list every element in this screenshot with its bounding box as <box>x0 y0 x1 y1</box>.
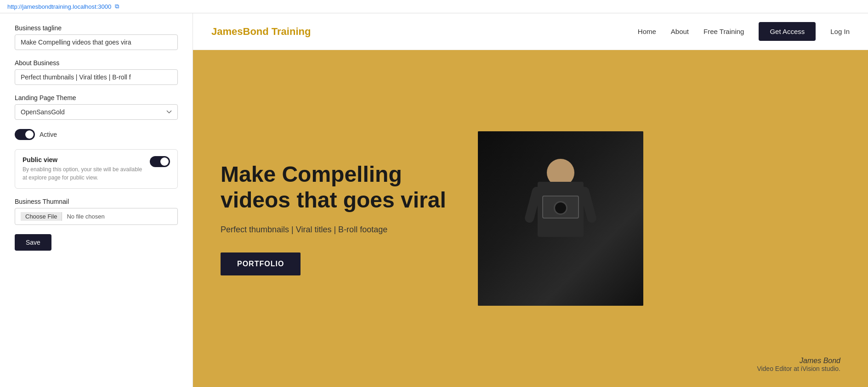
file-input-wrapper[interactable]: Choose File No file chosen <box>15 208 178 225</box>
about-business-input[interactable] <box>15 69 178 85</box>
photographer-silhouette <box>478 131 643 306</box>
about-business-group: About Business <box>15 59 178 85</box>
hero-image <box>478 131 643 306</box>
hero-content: Make Compelling videos that goes viral P… <box>221 162 460 275</box>
active-toggle[interactable] <box>15 129 35 140</box>
landing-page-theme-group: Landing Page Theme OpenSansGold Dark Lig… <box>15 94 178 120</box>
nav-item-free-training[interactable]: Free Training <box>703 28 744 36</box>
active-toggle-row: Active <box>15 129 178 140</box>
save-button[interactable]: Save <box>15 234 51 251</box>
nav-link-about[interactable]: About <box>671 28 689 35</box>
choose-file-button[interactable]: Choose File <box>21 212 62 221</box>
business-tagline-label: Business tagline <box>15 24 178 32</box>
nav-item-about[interactable]: About <box>671 28 689 36</box>
hero-title: Make Compelling videos that goes viral <box>221 162 460 212</box>
public-view-toggle[interactable] <box>150 156 170 167</box>
landing-page-theme-select[interactable]: OpenSansGold Dark Light Classic <box>15 104 178 120</box>
business-thumbnail-label: Business Thumnail <box>15 198 178 205</box>
hero-quote: James Bond Video Editor at iVision studi… <box>757 357 840 372</box>
nav-item-login[interactable]: Log In <box>830 28 850 36</box>
address-bar: http://jamesbondtraining.localhost:3000 … <box>0 0 868 13</box>
file-no-chosen-text: No file chosen <box>67 213 104 220</box>
photographer-figure <box>515 150 607 287</box>
nav-item-home[interactable]: Home <box>638 28 656 36</box>
hero-quote-name: James Bond <box>757 357 840 365</box>
nav-links: Home About Free Training Get Access Log … <box>638 28 850 36</box>
about-business-label: About Business <box>15 59 178 67</box>
hero-subtitle: Perfect thumbnails | Viral titles | B-ro… <box>221 224 460 236</box>
preview-area: JamesBond Training Home About Free Train… <box>193 13 868 387</box>
public-view-card: Public view By enabling this option, you… <box>15 149 178 189</box>
ph-camera <box>542 196 579 219</box>
nav-link-login[interactable]: Log In <box>830 28 850 35</box>
site-logo: JamesBond Training <box>211 26 311 38</box>
public-view-title: Public view <box>23 156 144 163</box>
public-view-desc: By enabling this option, your site will … <box>23 165 144 182</box>
hero-cta-button[interactable]: PORTFOLIO <box>221 252 301 275</box>
main-layout: Business tagline About Business Landing … <box>0 13 868 387</box>
ph-lens <box>554 201 567 215</box>
active-label: Active <box>40 131 57 138</box>
nav-link-get-access[interactable]: Get Access <box>759 22 816 41</box>
business-tagline-group: Business tagline <box>15 24 178 50</box>
hero-section: Make Compelling videos that goes viral P… <box>193 50 868 387</box>
nav-link-free-training[interactable]: Free Training <box>703 28 744 35</box>
external-link-icon[interactable]: ⧉ <box>115 3 119 10</box>
business-thumbnail-group: Business Thumnail Choose File No file ch… <box>15 198 178 225</box>
site-nav: JamesBond Training Home About Free Train… <box>193 13 868 50</box>
nav-link-home[interactable]: Home <box>638 28 656 35</box>
landing-page-theme-label: Landing Page Theme <box>15 94 178 101</box>
nav-item-get-access[interactable]: Get Access <box>759 28 816 36</box>
business-tagline-input[interactable] <box>15 34 178 50</box>
public-view-text: Public view By enabling this option, you… <box>23 156 144 182</box>
url-text[interactable]: http://jamesbondtraining.localhost:3000 <box>7 3 111 10</box>
settings-panel: Business tagline About Business Landing … <box>0 13 193 387</box>
hero-quote-role: Video Editor at iVision studio. <box>757 365 840 372</box>
